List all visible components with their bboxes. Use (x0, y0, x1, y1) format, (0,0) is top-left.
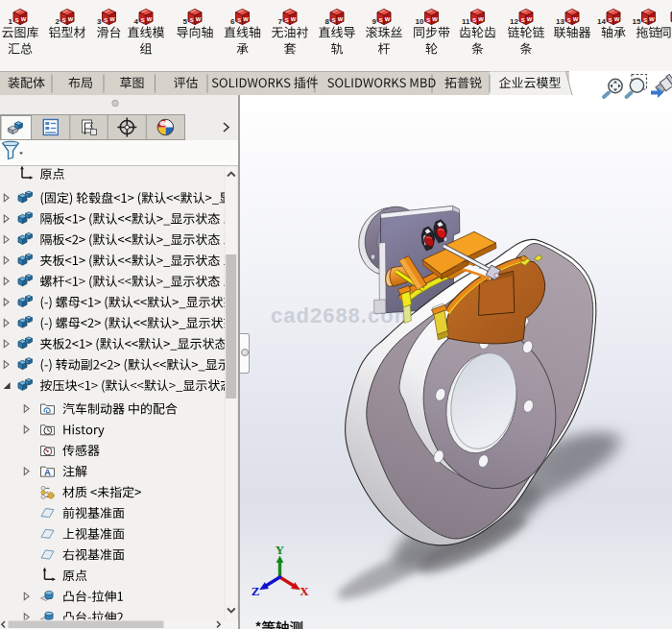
svg-text:11: 11 (462, 17, 470, 26)
svg-text:10: 10 (416, 17, 424, 26)
svg-text:7: 7 (278, 17, 283, 26)
svg-text:5: 5 (183, 17, 188, 26)
svg-text:8: 8 (325, 17, 330, 26)
svg-text:3: 3 (97, 17, 102, 26)
svg-text:12: 12 (510, 17, 518, 26)
svg-text:4: 4 (134, 17, 139, 26)
svg-text:1: 1 (9, 17, 13, 26)
svg-text:X: X (300, 584, 309, 598)
svg-text:14: 14 (597, 17, 606, 26)
svg-text:Y: Y (276, 543, 285, 557)
svg-text:6: 6 (230, 17, 235, 26)
svg-text:Z: Z (252, 584, 260, 598)
svg-text:9: 9 (372, 17, 377, 26)
svg-text:13: 13 (556, 17, 564, 26)
svg-text:15: 15 (633, 17, 641, 26)
svg-text:2: 2 (56, 17, 60, 26)
